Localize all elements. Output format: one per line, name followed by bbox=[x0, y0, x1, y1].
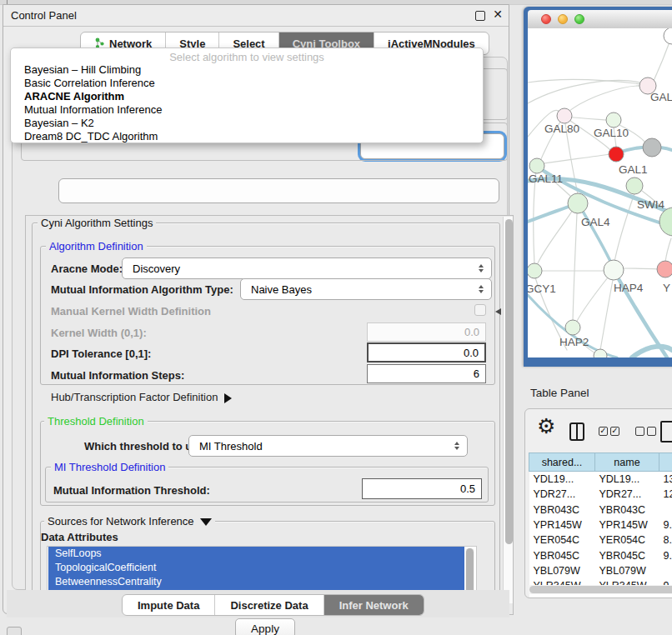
node-table[interactable]: shared...nameYDL19...YDL19...13YDR27...Y… bbox=[529, 452, 672, 598]
table-row[interactable]: YDR27...YDR27...12 bbox=[529, 487, 672, 502]
document-icon[interactable] bbox=[660, 421, 672, 442]
minimize-traffic-light-icon[interactable] bbox=[558, 14, 568, 24]
manual-kernel-width-checkbox[interactable] bbox=[474, 304, 486, 316]
network-node-gal4[interactable] bbox=[568, 193, 588, 213]
attribute-list-item[interactable]: BetweennessCentrality bbox=[48, 575, 464, 589]
table-hscroll-thumb[interactable] bbox=[529, 586, 672, 593]
dropdown-item[interactable]: Mutual Information Inference bbox=[11, 103, 483, 117]
bottom-tab-impute-data[interactable]: Impute Data bbox=[123, 595, 215, 615]
table-cell[interactable]: 12 bbox=[659, 487, 672, 502]
table-cell[interactable]: YIL052C bbox=[529, 593, 595, 598]
table-combobox-fragment[interactable] bbox=[58, 178, 499, 203]
table-cell[interactable]: 9. bbox=[659, 518, 672, 532]
attribute-list-item[interactable]: TopologicalCoefficient bbox=[48, 561, 464, 575]
table-cell[interactable]: YBL079W bbox=[595, 563, 659, 578]
network-node-gal11[interactable] bbox=[529, 158, 544, 173]
table-cell[interactable]: 0 bbox=[659, 593, 672, 598]
table-cell[interactable]: YBL079W bbox=[529, 563, 595, 578]
float-window-icon[interactable] bbox=[475, 11, 485, 21]
control-panel-title: Control Panel bbox=[11, 9, 77, 22]
table-cell[interactable]: YBR043C bbox=[529, 502, 595, 518]
bottom-tab-discretize-data[interactable]: Discretize Data bbox=[215, 595, 323, 615]
table-cell[interactable] bbox=[659, 563, 672, 578]
table-cell[interactable]: YDL19... bbox=[529, 472, 595, 488]
hub-expander[interactable]: Hub/Transcription Factor Definition bbox=[51, 391, 232, 403]
network-node-y[interactable] bbox=[657, 261, 672, 278]
table-row[interactable]: YER054CYER054C8. bbox=[529, 532, 672, 548]
checkbox-unchecked-icon[interactable] bbox=[635, 427, 644, 436]
kernel-width-field[interactable]: 0.0 bbox=[367, 322, 486, 342]
table-row[interactable]: YPR145WYPR145W9. bbox=[529, 518, 672, 532]
table-cell[interactable]: YDR27... bbox=[595, 487, 659, 502]
network-node-gal80[interactable] bbox=[557, 108, 572, 123]
dropdown-item[interactable]: ARACNE Algorithm bbox=[11, 90, 483, 103]
table-cell[interactable]: YPR145W bbox=[595, 518, 659, 532]
which-threshold-select[interactable]: MI Threshold bbox=[188, 435, 468, 457]
table-row[interactable]: YBL079WYBL079W bbox=[529, 563, 672, 578]
mi-algorithm-type-select[interactable]: Naive Bayes bbox=[240, 278, 492, 300]
mi-threshold-field[interactable]: 0.5 bbox=[362, 478, 482, 499]
table-cell[interactable]: YBR043C bbox=[595, 502, 659, 518]
settings-vertical-scrollbar[interactable] bbox=[503, 217, 514, 603]
network-node[interactable] bbox=[664, 28, 672, 44]
table-cell[interactable]: YBR045C bbox=[595, 548, 659, 562]
aracne-mode-select[interactable]: Discovery bbox=[122, 258, 492, 279]
bottom-tab-infer-network[interactable]: Infer Network bbox=[324, 595, 424, 615]
table-cell[interactable] bbox=[659, 502, 672, 518]
network-node-gcy1[interactable] bbox=[528, 263, 542, 278]
dropdown-item[interactable]: Dream8 DC_TDC Algorithm bbox=[11, 130, 483, 143]
cyni-bottom-tab-bar: Impute DataDiscretize DataInfer Network bbox=[122, 594, 424, 616]
table-cell[interactable]: YIL052C bbox=[595, 593, 659, 598]
table-cell[interactable]: 8. bbox=[659, 532, 672, 548]
network-edge bbox=[528, 81, 644, 103]
network-edge bbox=[573, 213, 577, 321]
network-node-hap2[interactable] bbox=[565, 320, 580, 335]
table-cell[interactable]: YPR145W bbox=[529, 518, 595, 532]
attribute-list-item[interactable]: SelfLoops bbox=[48, 547, 464, 561]
table-row[interactable]: YBR045CYBR045C9. bbox=[529, 548, 672, 562]
zoom-traffic-light-icon[interactable] bbox=[574, 14, 584, 24]
close-traffic-light-icon[interactable] bbox=[541, 14, 551, 24]
network-edge bbox=[576, 278, 608, 322]
chevron-updown-icon bbox=[479, 264, 484, 272]
dropdown-item[interactable]: Basic Correlation Inference bbox=[11, 77, 483, 90]
columns-icon[interactable] bbox=[569, 422, 584, 441]
table-cell[interactable]: 13 bbox=[659, 472, 672, 488]
network-canvas[interactable]: GALGAL80GAL10GAL11GAL1SWI4GAL4GCY1HAP4YH… bbox=[528, 28, 672, 358]
table-cell[interactable]: YBR045C bbox=[529, 548, 595, 562]
network-node-gal1[interactable] bbox=[626, 178, 643, 194]
dropdown-item[interactable]: Bayesian – K2 bbox=[11, 117, 483, 130]
settings-vscroll-thumb[interactable] bbox=[505, 219, 513, 544]
table-column-header[interactable]: name bbox=[595, 453, 659, 472]
table-cell[interactable]: YER054C bbox=[595, 532, 659, 548]
table-panel: ⚙ ✓ ✓ shared...nameYDL19...YDL19...13YDR… bbox=[524, 408, 672, 598]
table-row[interactable]: YBR043CYBR043C bbox=[529, 502, 672, 518]
network-node-swi4[interactable] bbox=[659, 208, 672, 236]
network-node-gal10[interactable] bbox=[606, 112, 621, 128]
dpi-tolerance-field[interactable]: 0.0 bbox=[367, 342, 486, 362]
table-horizontal-scrollbar[interactable] bbox=[529, 585, 672, 594]
apply-button[interactable]: Apply bbox=[235, 618, 295, 635]
network-window-titlebar[interactable] bbox=[528, 10, 672, 29]
dropdown-item[interactable]: Bayesian – Hill Climbing bbox=[11, 63, 483, 77]
network-node-hap4[interactable] bbox=[604, 260, 624, 280]
table-cell[interactable]: YER054C bbox=[529, 532, 595, 548]
mi-steps-field[interactable]: 6 bbox=[367, 364, 486, 383]
collapsed-panel-chip[interactable] bbox=[7, 627, 22, 635]
table-cell[interactable]: YDL19... bbox=[595, 472, 659, 488]
close-icon[interactable]: ✕ bbox=[493, 8, 503, 21]
table-cell[interactable]: 9. bbox=[659, 548, 672, 562]
table-panel-title: Table Panel bbox=[530, 387, 589, 399]
table-column-header[interactable]: shared... bbox=[529, 453, 595, 472]
table-cell[interactable]: YDR27... bbox=[529, 487, 595, 502]
table-row[interactable]: YDL19...YDL19...13 bbox=[529, 472, 672, 488]
gear-icon[interactable]: ⚙ bbox=[537, 416, 555, 437]
checkbox-unchecked-icon[interactable] bbox=[647, 427, 656, 436]
table-row[interactable]: YIL052CYIL052C0 bbox=[529, 593, 672, 598]
sources-title[interactable]: Sources for Network Inference bbox=[44, 515, 215, 528]
checkbox-checked-icon[interactable]: ✓ bbox=[610, 427, 619, 436]
checkbox-checked-icon[interactable]: ✓ bbox=[599, 427, 608, 436]
network-node[interactable] bbox=[643, 138, 661, 157]
network-node[interactable] bbox=[609, 147, 624, 162]
table-column-header[interactable] bbox=[659, 453, 672, 472]
